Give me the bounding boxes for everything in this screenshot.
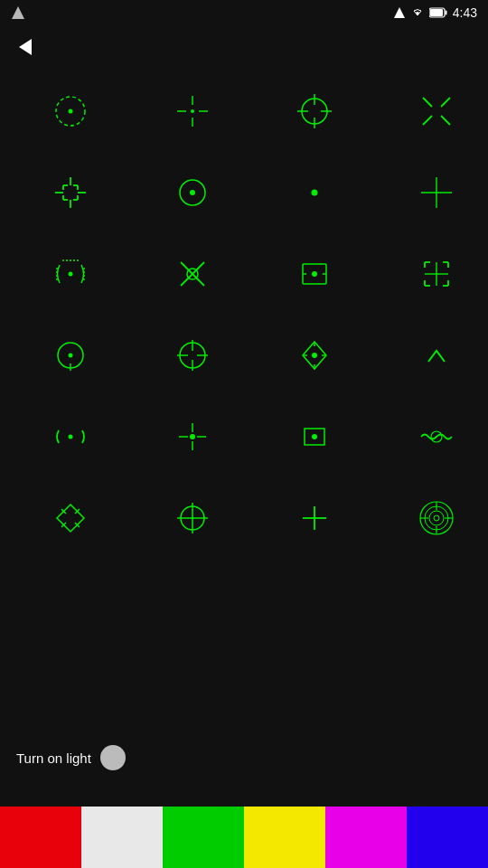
turn-on-light-toggle[interactable] (100, 745, 126, 770)
svg-point-34 (190, 190, 195, 195)
svg-rect-3 (445, 11, 446, 15)
svg-point-91 (429, 511, 444, 525)
color-swatch-magenta[interactable] (325, 807, 407, 868)
crosshair-22[interactable] (131, 477, 253, 559)
turn-on-light-label: Turn on light (16, 750, 91, 766)
status-right: 4:43 (393, 5, 477, 20)
time-display: 4:43 (453, 5, 477, 20)
crosshair-7[interactable] (253, 152, 375, 233)
svg-marker-0 (12, 6, 24, 19)
crosshair-17[interactable] (9, 396, 131, 477)
turn-on-light-row: Turn on light (16, 745, 126, 770)
crosshair-8[interactable] (375, 152, 488, 233)
crosshair-12[interactable] (375, 233, 488, 315)
crosshair-6[interactable] (131, 152, 253, 233)
svg-rect-4 (430, 9, 443, 16)
svg-point-75 (190, 434, 195, 439)
crosshair-14[interactable] (131, 315, 253, 396)
color-swatch-red[interactable] (0, 807, 81, 868)
svg-marker-79 (57, 505, 84, 532)
crosshair-19[interactable] (253, 396, 375, 477)
status-left (11, 5, 25, 20)
crosshair-2[interactable] (131, 71, 253, 152)
svg-line-19 (441, 98, 450, 107)
battery-icon (429, 7, 447, 18)
svg-line-20 (423, 116, 432, 125)
app-icon (11, 5, 25, 20)
crosshair-21[interactable] (9, 477, 131, 559)
svg-point-77 (312, 434, 317, 439)
crosshair-grid (0, 71, 488, 559)
color-swatch-green[interactable] (163, 807, 244, 868)
crosshair-20[interactable] (375, 396, 488, 477)
svg-line-18 (441, 116, 450, 125)
back-arrow-icon (19, 39, 32, 55)
crosshair-15[interactable] (253, 315, 375, 396)
color-bar (0, 807, 488, 868)
svg-point-65 (312, 353, 317, 358)
crosshair-11[interactable] (253, 233, 375, 315)
crosshair-24[interactable] (375, 477, 488, 559)
color-swatch-yellow[interactable] (244, 807, 325, 868)
crosshair-18[interactable] (131, 396, 253, 477)
svg-marker-1 (394, 7, 405, 18)
crosshair-5[interactable] (9, 152, 131, 233)
svg-point-35 (311, 190, 317, 196)
color-swatch-blue[interactable] (407, 807, 488, 868)
color-swatch-white[interactable] (81, 807, 163, 868)
svg-point-92 (434, 515, 439, 521)
status-bar: 4:43 (0, 0, 488, 25)
back-button[interactable] (9, 31, 42, 63)
crosshair-9[interactable] (9, 233, 131, 315)
svg-point-57 (68, 354, 72, 358)
crosshair-16[interactable] (375, 315, 488, 396)
crosshair-10[interactable] (131, 233, 253, 315)
svg-point-70 (68, 435, 72, 439)
svg-point-43 (312, 271, 317, 277)
crosshair-13[interactable] (9, 315, 131, 396)
crosshair-4[interactable] (375, 71, 488, 152)
svg-point-38 (68, 272, 72, 277)
svg-line-17 (423, 98, 432, 107)
crosshair-3[interactable] (253, 71, 375, 152)
svg-point-11 (191, 109, 194, 113)
crosshair-23[interactable] (253, 477, 375, 559)
svg-point-6 (68, 109, 72, 114)
wifi-icon (411, 6, 424, 19)
crosshair-1[interactable] (9, 71, 131, 152)
signal-icon (393, 6, 406, 19)
